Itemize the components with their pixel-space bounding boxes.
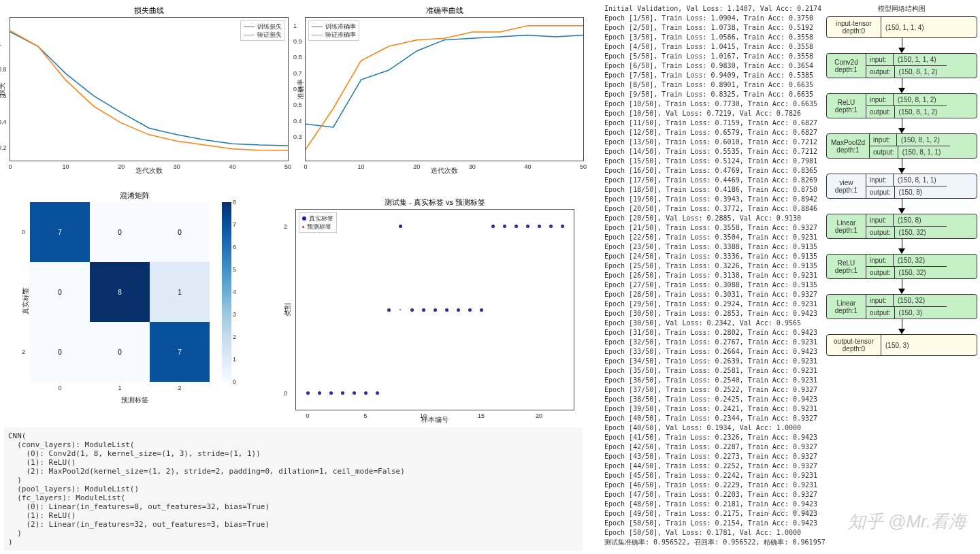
scatter-point — [469, 309, 470, 310]
arch-node: Conv2ddepth:1input:(150, 1, 1, 4)output:… — [826, 53, 977, 78]
scatter-point — [538, 226, 540, 227]
scatter-point — [376, 393, 378, 394]
scatter-point — [342, 393, 343, 394]
test-scatter-plot: 测试集 - 真实标签 vs 预测标签 真实标签 预测标签 类别 样本编号 051… — [295, 197, 574, 410]
scatter-point — [457, 309, 459, 310]
scatter-point — [446, 309, 447, 310]
cm-cell: 7 — [30, 202, 90, 262]
scatter-point — [307, 393, 308, 394]
loss-title: 损失曲线 — [10, 5, 289, 16]
arch-node: MaxPool2ddepth:1input:(150, 8, 1, 2)outp… — [826, 133, 977, 159]
arch-node: Lineardepth:1input:(150, 8)output:(150, … — [826, 214, 977, 239]
scatter-point — [330, 393, 331, 394]
cm-cell: 1 — [150, 262, 210, 322]
scatter-point — [561, 226, 563, 227]
test-legend: 真实标签 预测标签 — [299, 212, 337, 233]
arch-node: ReLUdepth:1input:(150, 8, 1, 2)output:(1… — [826, 93, 977, 118]
cm-cell: 7 — [150, 322, 210, 382]
training-log: Initial Validation, Val Loss: 1.1407, Va… — [604, 4, 810, 547]
scatter-point — [527, 226, 528, 227]
scatter-point — [423, 309, 424, 310]
scatter-point — [434, 309, 436, 310]
arch-node: Lineardepth:1input:(150, 32)output:(150,… — [826, 294, 977, 319]
scatter-point — [504, 226, 505, 227]
accuracy-plot: 准确率曲线 训练准确率 验证准确率 准确率 迭代次数 010203040500.… — [305, 5, 584, 161]
arch-title: 模型网络结构图 — [826, 4, 977, 14]
scatter-point — [550, 226, 551, 227]
cm-cell: 0 — [30, 262, 90, 322]
scatter-point — [353, 393, 355, 394]
cm-cell: 8 — [90, 262, 150, 322]
test-title: 测试集 - 真实标签 vs 预测标签 — [295, 197, 574, 208]
model-repr: CNN( (conv_layers): ModuleList( (0): Con… — [4, 427, 583, 551]
scatter-point — [318, 393, 320, 394]
arch-node: input-tensordepth:0(150, 1, 1, 4) — [826, 16, 977, 38]
scatter-point — [515, 226, 517, 227]
arch-node: output-tensordepth:0(150, 3) — [826, 334, 977, 356]
watermark-time: 1天前 · IP 属地… — [766, 506, 823, 517]
architecture-diagram: 模型网络结构图 input-tensordepth:0(150, 1, 1, 4… — [826, 4, 977, 356]
cm-cell: 0 — [90, 202, 150, 262]
scatter-point — [480, 309, 482, 310]
confusion-matrix: 混淆矩阵 真实标签 预测标签 700081007012012012345678 — [19, 191, 250, 400]
cm-cell: 0 — [150, 202, 210, 262]
cm-title: 混淆矩阵 — [19, 191, 250, 201]
arch-node: ReLUdepth:1input:(150, 32)output:(150, 3… — [826, 254, 977, 279]
arch-node: viewdepth:1input:(150, 8, 1, 1)output:(1… — [826, 174, 977, 199]
scatter-point — [399, 225, 402, 228]
scatter-point — [411, 309, 412, 310]
scatter-point — [365, 393, 366, 394]
scatter-point — [492, 226, 493, 227]
acc-title: 准确率曲线 — [305, 5, 584, 16]
scatter-point — [388, 309, 389, 310]
cm-cell: 0 — [30, 322, 90, 382]
cm-cell: 0 — [90, 322, 150, 382]
loss-plot: 损失曲线 训练损失 验证损失 损失 迭代次数 010203040500.20.4… — [10, 5, 289, 161]
scatter-point — [399, 309, 401, 310]
watermark: 知乎 @Mr.看海 — [848, 510, 966, 534]
